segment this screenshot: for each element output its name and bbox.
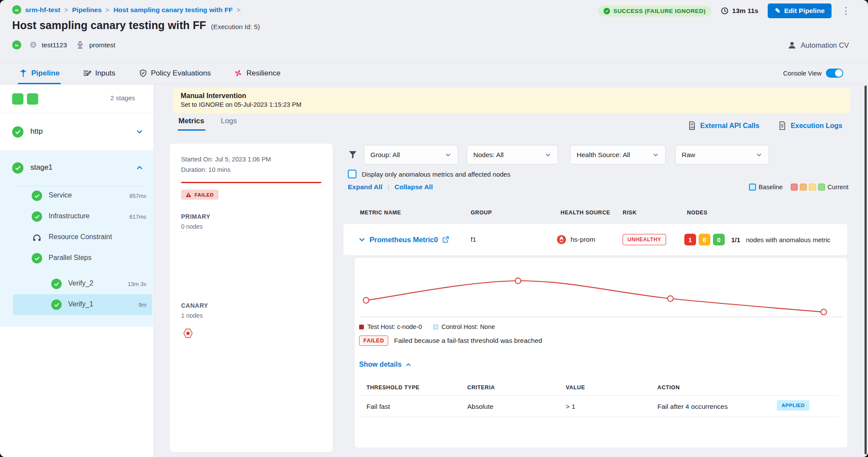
column-header: HEALTH SOURCE [561,210,611,216]
breadcrumb-pipeline-link[interactable]: Host sampling canary testing with FF [113,6,233,14]
success-check-icon [32,253,42,263]
metric-health-source-label: hs-prom [571,236,595,243]
tab-resilience[interactable]: Resilience [234,62,280,84]
harness-logo-icon: ∞ [12,5,21,14]
show-details-link[interactable]: Show details [359,361,412,368]
current-orange-swatch-icon [800,184,807,191]
execution-duration: 13m 11s [721,7,758,15]
more-options-menu[interactable]: ⋮ [841,7,849,15]
tab-logs[interactable]: Logs [221,117,237,131]
step-label: Verify_1 [68,300,93,308]
status-badge-label: SUCCESS (FAILURE IGNORED) [614,8,706,14]
column-header: THRESHOLD TYPE [366,385,419,391]
column-header: ACTION [657,385,680,391]
pipeline-icon [19,69,27,77]
nodes-ratio-text: nodes with anomalous metric [746,236,830,243]
check-circle-icon [604,8,610,14]
step-duration: 13m 3s [128,281,146,287]
breadcrumb-pipelines-link[interactable]: Pipelines [72,6,102,14]
svg-text:API: API [690,126,694,129]
chevron-down-icon [652,151,659,158]
sidebar-stage-http[interactable]: http [0,113,154,151]
stage-count: 2 stages [110,94,135,102]
user-icon [788,41,796,49]
health-source-filter-dropdown[interactable]: Health Source: All [570,145,666,164]
chevron-up-icon[interactable] [136,164,143,171]
external-link-icon [442,236,449,243]
success-check-icon [12,126,23,138]
canary-node-hexagon[interactable] [183,328,193,339]
nodes-filter-dropdown[interactable]: Nodes: All [467,145,558,164]
external-api-calls-link[interactable]: API External API Calls [687,121,759,130]
stage1-section: stage1 Service 857ms Infrastructure 617m… [0,151,154,327]
sidebar-step-resource-constraint[interactable]: Resource Constraint [0,227,154,248]
chevron-down-icon[interactable] [136,128,143,135]
step-duration: 9m [139,302,146,308]
metric-name-link[interactable]: Prometheus Metric0 [370,236,449,244]
chart-legend: Test Host: c-node-0 Control Host: None [359,323,495,330]
started-on: Started On: Jul 5, 2023 1:06 PM [181,156,271,163]
page-title: Host sampling canary testing with FF [12,19,206,32]
tab-policy-evaluations[interactable]: Policy Evaluations [139,62,211,84]
applied-badge: APPLIED [777,400,809,411]
stage-stage1-label: stage1 [30,163,53,172]
divider [359,417,838,417]
warning-node-count-badge: 0 [699,234,710,246]
tab-pipeline[interactable]: Pipeline [19,62,59,84]
stage-http-label: http [30,127,43,136]
edit-pipeline-label: Edit Pipeline [784,7,825,15]
sidebar-step-service[interactable]: Service 857ms [0,185,154,206]
nodes-filter-value: Nodes: All [473,151,504,159]
breadcrumb-separator: > [64,6,68,14]
vertical-scrollbar[interactable] [865,85,867,454]
expand-all-link[interactable]: Expand All [348,183,383,191]
collapse-row-chevron-icon[interactable] [358,236,366,243]
inputs-icon [83,69,91,77]
banner-message: Set to IGNORE on 05-Jul-2023 1:15:23 PM [181,101,842,108]
anomalous-only-label: Display only anomalous metrics and affec… [362,171,510,178]
stages-sidebar: 2 stages http stage1 Service 857ms Infra… [0,85,154,457]
anomalous-only-checkbox[interactable] [348,170,356,178]
console-view-toggle[interactable] [826,69,843,78]
execution-detail-panel: Manual Intervention Set to IGNORE on 05-… [155,85,868,457]
step-label: Infrastructure [49,212,89,220]
step-duration: 617ms [129,214,146,220]
sidebar-step-verify2[interactable]: Verify_2 13m 3s [13,273,152,294]
baseline-label: Baseline [759,184,783,191]
group-filter-dropdown[interactable]: Group: All [364,145,458,164]
warning-triangle-icon [185,192,191,197]
analysis-progress-bar [181,182,321,183]
chevron-down-icon [545,151,551,158]
sidebar-step-parallel-steps[interactable]: Parallel Steps [0,248,154,269]
current-green-swatch-icon [818,184,825,191]
metric-status-badge: FAILED [359,335,388,346]
edit-pipeline-button[interactable]: ✎ Edit Pipeline [768,3,832,18]
sidebar-step-infrastructure[interactable]: Infrastructure 617ms [0,206,154,227]
pencil-icon: ✎ [775,7,780,15]
divider: | [388,183,389,191]
column-header: NODES [687,210,707,216]
group-filter-value: Group: All [370,151,400,159]
metric-group: f1 [471,236,476,243]
sidebar-stage-stage1[interactable]: stage1 [0,151,154,185]
test-host-label: Test Host: c-node-0 [367,323,422,330]
execution-logs-link[interactable]: Execution Logs [778,121,842,130]
column-header: RISK [623,210,637,216]
filter-icon[interactable] [348,150,358,160]
breadcrumb: ∞ srm-hf-test > Pipelines > Host samplin… [12,5,241,14]
health-source-name: promtest [89,41,115,49]
clock-icon [721,7,729,15]
tab-metrics[interactable]: Metrics [178,117,205,131]
data-mode-dropdown[interactable]: Raw [675,145,769,164]
metric-row-prometheus-metric0: Prometheus Metric0 f1 hs-prom UNHEALTHY … [343,224,847,255]
healthy-node-count-badge: 0 [713,234,725,246]
breadcrumb-project-link[interactable]: srm-hf-test [25,6,60,14]
gear-icon: ⚙ [30,40,37,50]
divider [359,395,838,396]
tab-inputs[interactable]: Inputs [83,62,115,84]
svg-text:∞: ∞ [15,43,18,48]
collapse-all-link[interactable]: Collapse All [395,183,433,191]
sidebar-step-verify1[interactable]: Verify_1 9m [13,294,152,315]
tab-inputs-label: Inputs [95,69,115,78]
column-header: CRITERIA [467,385,495,391]
